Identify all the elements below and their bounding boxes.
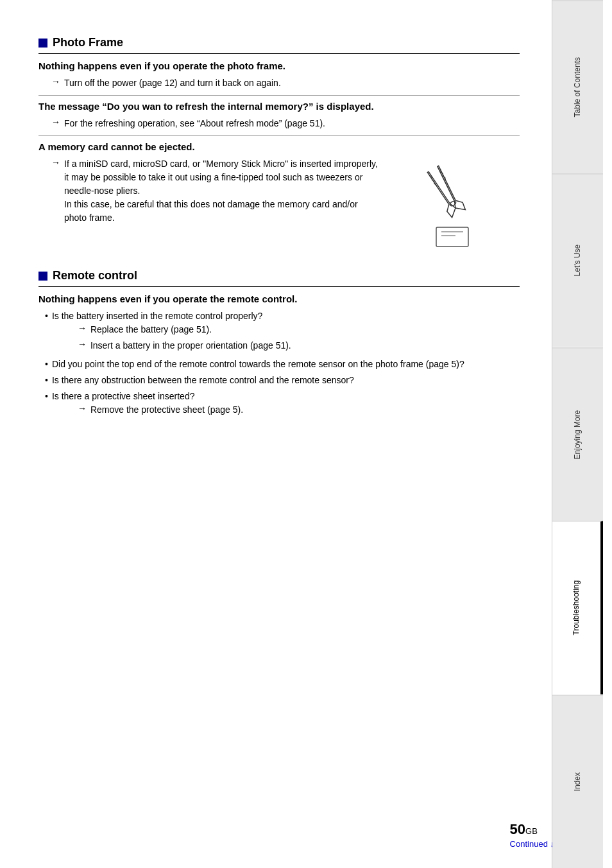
subsection-message-refresh: The message “Do you wan to refresh the i… [38,101,520,130]
subsection-message-refresh-title: The message “Do you wan to refresh the i… [38,101,520,112]
arrow-item-3: → If a miniSD card, microSD card, or "Me… [51,157,378,225]
arrow-icon-4: → [78,323,87,333]
bullet-item-2: • Did you point the top end of the remot… [45,358,520,371]
sub-arrow-item-1b: → Insert a battery in the proper orienta… [78,339,291,352]
photo-frame-title: Photo Frame [53,36,123,49]
arrow-icon-5: → [78,339,87,349]
sidebar-tab-enjoying-more[interactable]: Enjoying More [552,347,603,521]
bullet-text-3: Is there any obstruction between the rem… [52,374,354,387]
page-number: 50 [510,821,525,837]
sidebar-tab-index[interactable]: Index [552,695,603,868]
subsection-memory-card: A memory card cannot be ejected. → If a … [38,141,520,256]
arrow-text-3a: If a miniSD card, microSD card, or "Memo… [64,159,378,196]
bullet-icon-2: • [45,359,48,369]
thin-divider-2 [38,135,520,136]
bullet-icon-3: • [45,375,48,385]
section-icon-square [38,39,47,48]
sub-arrow-item-4a: → Remove the protective sheet (page 5). [78,403,243,417]
main-content: Photo Frame Nothing happens even if you … [0,0,552,868]
bullet-text-1: Is the battery inserted in the remote co… [52,311,262,321]
sidebar-tab-label-table-of-contents: Table of Contents [573,57,583,117]
bullet-item-1: • Is the battery inserted in the remote … [45,309,520,355]
arrow-text-4: Replace the battery (page 51). [90,323,212,336]
subsection-nothing-happens-photo: Nothing happens even if you operate the … [38,60,520,90]
arrow-text-2: For the refreshing operation, see “About… [64,117,325,130]
sidebar-tab-label-index: Index [573,772,583,791]
sidebar-tab-lets-use[interactable]: Let's Use [552,173,603,347]
arrow-text-3b: In this case, be careful that this does … [64,199,358,223]
remote-control-title: Remote control [53,269,137,282]
arrow-icon-3: → [51,157,60,168]
arrow-item-1: → Turn off the power (page 12) and turn … [51,76,520,90]
memory-card-content: → If a miniSD card, microSD card, or "Me… [38,157,520,256]
svg-rect-7 [436,227,468,247]
sidebar-tab-label-lets-use: Let's Use [573,245,583,277]
sidebar-tab-table-of-contents[interactable]: Table of Contents [552,0,603,173]
bullet-icon-1: • [45,311,48,321]
remote-control-section: Remote control Nothing happens even if y… [38,269,520,419]
arrow-icon-1: → [51,76,60,87]
section-icon-square-2 [38,272,47,281]
memory-card-text-block: → If a miniSD card, microSD card, or "Me… [38,157,378,227]
page-suffix: GB [525,826,538,836]
subsection-nothing-happens-remote: Nothing happens even if you operate the … [38,293,520,419]
continued-link[interactable]: Continued ↓ [510,839,554,849]
continued-label: Continued [510,839,548,849]
bullet-item-3: • Is there any obstruction between the r… [45,374,520,387]
arrow-icon-2: → [51,117,60,127]
bullet-text-2: Did you point the top end of the remote … [52,358,464,371]
tweezers-svg [391,160,520,256]
sidebar: Table of Contents Let's Use Enjoying Mor… [552,0,603,868]
bullet-text-4: Is there a protective sheet inserted? [52,391,195,401]
sidebar-tab-label-enjoying-more: Enjoying More [573,410,583,459]
photo-frame-section-heading: Photo Frame [38,36,520,49]
section-divider-1 [38,53,520,54]
section-divider-2 [38,286,520,287]
bullet-icon-4: • [45,391,48,401]
subsection-nothing-happens-remote-title: Nothing happens even if you operate the … [38,293,520,304]
tweezers-illustration [391,160,520,256]
arrow-text-5: Insert a battery in the proper orientati… [90,339,291,352]
page-container: Photo Frame Nothing happens even if you … [0,0,612,868]
sidebar-tab-label-troubleshooting: Troubleshooting [572,580,582,636]
page-number-area: 50GB Continued ↓ [510,821,554,849]
arrow-item-2: → For the refreshing operation, see “Abo… [51,117,520,130]
remote-control-section-heading: Remote control [38,269,520,282]
arrow-text-6: Remove the protective sheet (page 5). [90,403,243,417]
sub-arrow-item-1a: → Replace the battery (page 51). [78,323,291,336]
arrow-icon-6: → [78,403,87,413]
thin-divider-1 [38,95,520,96]
subsection-memory-card-title: A memory card cannot be ejected. [38,141,520,152]
bullet-item-4: • Is there a protective sheet inserted? … [45,390,520,419]
sidebar-tab-troubleshooting[interactable]: Troubleshooting [552,521,603,694]
arrow-text-1: Turn off the power (page 12) and turn it… [64,76,281,90]
subsection-nothing-happens-photo-title: Nothing happens even if you operate the … [38,60,520,71]
